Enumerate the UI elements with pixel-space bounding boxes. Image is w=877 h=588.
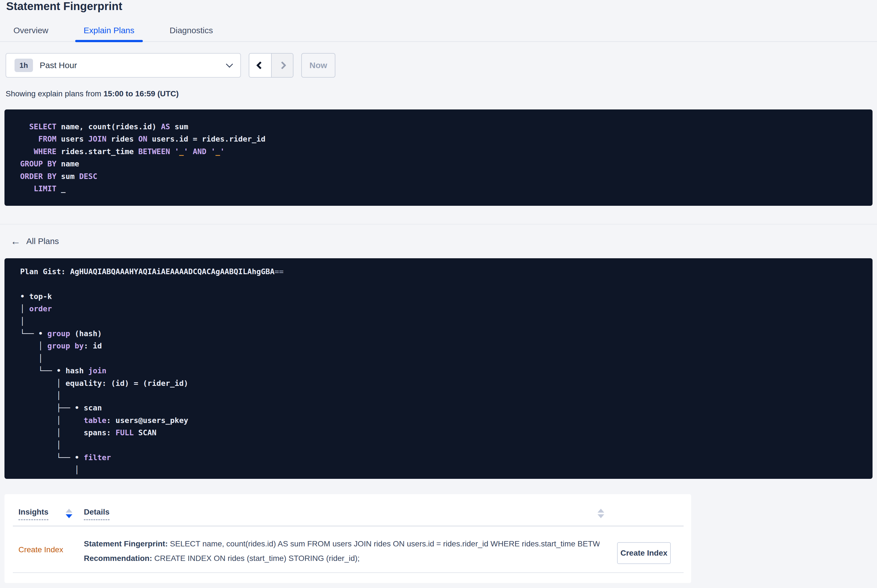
tab-diagnostics[interactable]: Diagnostics [170,26,213,41]
sort-icon-details[interactable] [597,509,605,518]
sort-asc-icon [66,509,72,513]
now-button[interactable]: Now [301,53,335,78]
time-nav-button-group [249,53,293,78]
prev-time-button[interactable] [249,54,271,77]
insights-card: Insights Details Create Index Statement … [5,494,691,583]
recommendation-text: CREATE INDEX ON rides (start_time) STORI… [152,554,360,562]
fingerprint-line: Statement Fingerprint: SELECT name, coun… [84,539,599,549]
sort-desc-icon [597,514,604,518]
sort-icon-insights[interactable] [65,509,73,518]
insight-details-cell: Statement Fingerprint: SELECT name, coun… [84,539,599,563]
create-index-button[interactable]: Create Index [617,542,671,564]
chevron-left-icon [256,62,264,69]
chevron-down-icon [226,61,233,68]
recommendation-label: Recommendation: [84,554,152,562]
details-column-label: Details [84,508,110,520]
tab-bar: Overview Explain Plans Diagnostics [0,26,877,42]
fingerprint-text: SELECT name, count(rides.id) AS sum FROM… [168,539,599,548]
arrow-left-icon: ← [11,236,21,246]
showing-range-text: Showing explain plans from 15:00 to 16:5… [6,89,179,98]
sort-asc-icon [597,509,604,513]
statement-sql-box: SELECT name, count(rides.id) AS sum FROM… [5,110,872,206]
tab-explain-plans[interactable]: Explain Plans [84,26,134,41]
time-selector-row: 1h Past Hour Now [6,53,335,78]
showing-range: 15:00 to 16:59 (UTC) [104,89,179,98]
header-divider [13,526,684,526]
time-range-select[interactable]: 1h Past Hour [6,53,241,78]
all-plans-label: All Plans [26,237,59,246]
showing-prefix: Showing explain plans from [6,89,104,98]
section-divider [0,224,877,225]
page-title: Statement Fingerprint [6,0,122,13]
tab-overview[interactable]: Overview [14,26,48,41]
column-header-details[interactable]: Details [84,508,110,520]
statement-fingerprint-page: Statement Fingerprint Overview Explain P… [0,0,877,588]
sort-desc-icon [66,514,72,518]
chevron-right-icon [278,62,286,69]
column-header-insights[interactable]: Insights [18,508,48,520]
time-range-label: Past Hour [40,61,77,70]
recommendation-line: Recommendation: CREATE INDEX ON rides (s… [84,554,599,563]
fingerprint-label: Statement Fingerprint: [84,539,168,548]
insight-create-index-link[interactable]: Create Index [18,545,63,554]
next-time-button[interactable] [271,54,293,77]
plan-gist-box: Plan Gist: AgHUAQIABQAAAHYAQIAiAEAAAADCQ… [5,258,872,479]
insights-column-label: Insights [18,508,48,520]
all-plans-back-link[interactable]: ← All Plans [11,236,59,246]
row-divider [13,572,684,573]
time-range-badge: 1h [15,58,33,72]
